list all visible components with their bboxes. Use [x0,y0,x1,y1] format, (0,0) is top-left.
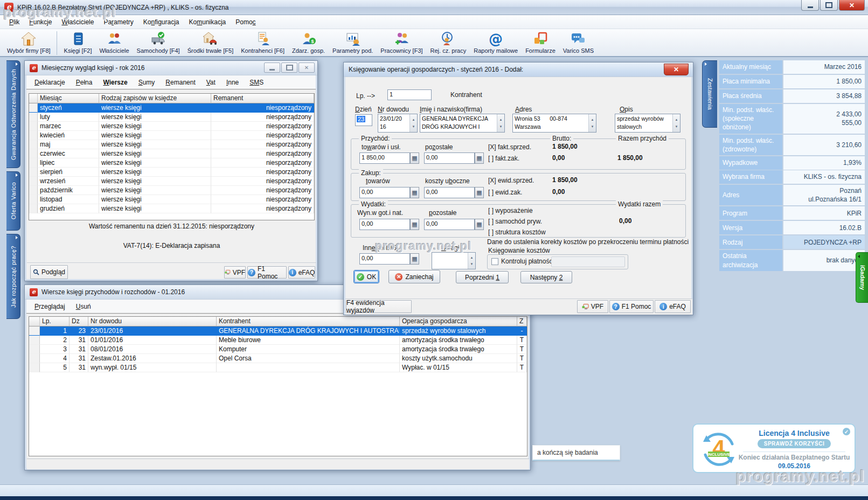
toolbar-srodki-trwale[interactable]: Środki trwałe [F5] [184,30,238,54]
menu-konfiguracja[interactable]: Konfiguracja [138,16,184,28]
window1-minimize-button[interactable] [264,63,280,73]
toolbar-raporty-mailowe[interactable]: @ Raporty mailowe [470,30,522,54]
col-operacja[interactable]: Operacja gospodarcza [400,317,517,327]
toolbar-samochody[interactable]: Samochody [F4] [133,30,184,54]
entry-row[interactable]: 3 31 08/01/2016 Komputer amortyzacja śro… [29,345,527,354]
toolbar-kontrahenci[interactable]: Kontrahenci [F6] [237,30,288,54]
nr-dowodu-field[interactable]: 23/01/20 16 ▲▼ [378,114,418,133]
ewid-sprzed-check[interactable]: [X] ewid.sprzed. [488,177,534,184]
month-row[interactable]: marzec wiersze księgi niesporządzony [29,122,314,131]
tab-igadamy[interactable]: iGadamy [856,252,868,303]
samochod-pryw-check[interactable]: [ ] samochód pryw. [488,218,542,225]
podglad-button[interactable]: Podgląd [30,265,68,279]
toolbar-wlasciciele[interactable]: Właściciele [96,30,133,54]
month-row[interactable]: grudzień wiersze księgi niesporządzony [29,204,314,213]
spinner-buttons[interactable]: ▲▼ [588,114,596,132]
nastepny-button[interactable]: Następny 2 [520,271,572,283]
calculator-button[interactable]: ▦ [410,253,419,265]
toolbar-pracownicy[interactable]: Pracownicy [F3] [377,30,426,54]
calculator-button[interactable]: ▦ [410,219,419,230]
spinner-buttons[interactable]: ▲▼ [409,114,417,132]
fakt-zak-check[interactable]: [ ] fakt.zak. [488,155,519,162]
menu-vat[interactable]: Vat [201,77,221,88]
menu-sumy[interactable]: Sumy [133,77,161,88]
month-row[interactable]: lipiec wiersze księgi niesporządzony [29,158,314,168]
menu-plik[interactable]: Plik [4,16,24,28]
opis-field[interactable]: sprzedaż wyrobów stalowych ▲▼ [615,114,680,133]
spinner-buttons[interactable]: ▲▼ [672,114,680,132]
maximize-button[interactable] [820,0,838,11]
pozostale-przychod-field[interactable]: 0,00 [424,152,475,164]
scrollbar[interactable]: ▲▼ [468,253,475,269]
towarow-usl-field[interactable]: 1 850,00 [359,152,410,164]
calculator-button[interactable]: ▦ [410,152,419,164]
col-kontrahent[interactable]: Kontrahent [217,317,400,327]
dialog-help-button[interactable]: ? F1 Pomoc [609,300,654,313]
menu-remanent[interactable]: Remanent [160,77,200,88]
month-row[interactable]: październik wiersze księgi niesporządzon… [29,186,314,195]
col-lp[interactable]: Lp. [40,317,70,327]
month-row[interactable]: czerwiec wiersze księgi niesporządzony [29,149,314,158]
menu-sms[interactable]: SMS [244,77,269,88]
dialog-vpf-button[interactable]: VPF [577,300,608,313]
f4-ewidencja-button[interactable]: F4 ewidencja wyjazdów [346,300,412,313]
menu-funkcje[interactable]: Funkcje [24,16,57,28]
toolbar-parametry-pod[interactable]: Parametry pod. [329,30,377,54]
calculator-button[interactable]: ▦ [475,152,484,164]
entry-row[interactable]: 2 31 01/01/2016 Meble biurowe amortyzacj… [29,336,527,345]
calculator-button[interactable]: ▦ [410,187,419,198]
entry-row[interactable]: 5 31 wyn.wypł. 01/15 Wypłac. w 01/15 T [29,363,527,372]
calculator-button[interactable]: ▦ [475,219,484,230]
col-remanent[interactable]: Remanent [211,94,314,103]
minimize-button[interactable] [801,0,819,11]
toolbar-formularze[interactable]: Formularze [522,30,559,54]
col-dz[interactable]: Dz [70,317,88,327]
menu-wiersze[interactable]: Wiersze [98,77,133,88]
towarow-field[interactable]: 0,00 [359,187,410,198]
lp-field[interactable]: 1 [387,89,432,100]
menu-parametry[interactable]: Parametry [99,16,138,28]
window1-efaq-button[interactable]: i eFAQ [288,266,315,279]
zaniechaj-button[interactable]: ✕ Zaniechaj [388,270,440,283]
inne-field[interactable]: 0,00 [359,253,410,265]
month-row[interactable]: styczeń wiersze księgi niesporządzony [29,103,314,113]
uwagi-field[interactable]: ▲▼ [432,252,476,269]
koszty-uboczne-field[interactable]: 0,00 [424,187,475,198]
col-nr-dowodu[interactable]: Nr dowodu [88,317,217,327]
dialog-efaq-button[interactable]: i eFAQ [655,300,691,313]
tab-jak-rozpoczac[interactable]: Jak rozpocząć pracę? [6,234,20,319]
ewid-zak-check[interactable]: [ ] ewid.zak. [488,189,522,196]
wyposazenie-check[interactable]: [ ] wyposażenie [488,207,533,214]
menu-usun[interactable]: Usuń [71,301,96,312]
tab-oferta-varico[interactable]: Oferta Varico [6,171,20,231]
window1-vpf-button[interactable]: VPF [224,266,246,279]
col-miesiac[interactable]: Miesiąc [38,94,99,103]
tab-zestawienia[interactable]: Zestawienia [702,60,717,128]
toolbar-ksiegi[interactable]: Księgi [F2] [60,30,96,54]
poprzedni-button[interactable]: Poprzedni 1 [456,271,509,283]
menu-inne[interactable]: Inne [221,77,244,88]
imie-field[interactable]: GENERALNA DYREKCJA DRÓG KRAJOWYCH I ▲▼ [420,114,505,133]
tab-gwarancja-odtworzenia[interactable]: Gwarancja Odtworzenia Danych [6,60,20,168]
fakt-sprzed-check[interactable]: [X] fakt.sprzed. [488,143,531,151]
adres-field[interactable]: Wronia 53 00-874 Warszawa ▲▼ [512,114,596,133]
month-row[interactable]: listopad wiersze księgi niesporządzony [29,195,314,204]
spinner-buttons[interactable]: ▲▼ [497,114,504,132]
month-row[interactable]: wrzesień wiersze księgi niesporządzony [29,177,314,186]
menu-deklaracje[interactable]: Deklaracje [29,77,71,88]
month-row[interactable]: sierpień wiersze księgi niesporządzony [29,168,314,177]
col-z[interactable]: Z [517,317,527,327]
entry-row[interactable]: 1 23 23/01/2016 GENERALNA DYREKCJA DRÓG … [29,327,527,336]
pozostale-wydatki-field[interactable]: 0,00 [424,219,475,230]
menu-komunikacja[interactable]: Komunikacja [184,16,231,28]
toolbar-varico-sms[interactable]: Varico SMS [559,30,598,54]
ok-button[interactable]: ✓ OK [353,270,379,283]
month-row[interactable]: maj wiersze księgi niesporządzony [29,140,314,149]
month-row[interactable]: kwiecień wiersze księgi niesporządzony [29,131,314,140]
close-button[interactable]: ✕ [839,0,865,11]
entry-row[interactable]: 4 31 Zestaw.01.2016 Opel Corsa koszty uż… [29,354,527,363]
menu-pelna[interactable]: Pełna [71,77,98,88]
toolbar-rej-cz-pracy[interactable]: Rej. cz. pracy [427,30,470,54]
toolbar-wybor-firmy[interactable]: Wybór firmy [F8] [3,30,54,54]
window1-help-button[interactable]: ? F1 Pomoc [247,266,287,279]
